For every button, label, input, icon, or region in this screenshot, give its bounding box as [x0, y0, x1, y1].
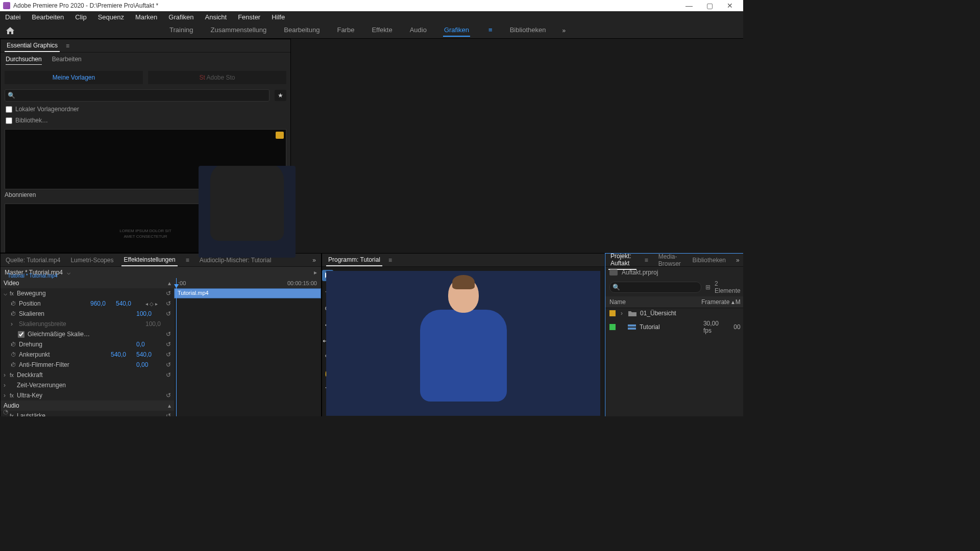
tab-program[interactable]: Programm: Tutorial	[326, 254, 382, 266]
svg-rect-1	[628, 328, 636, 330]
reset-icon[interactable]: ↺	[162, 351, 171, 358]
eg-search-input[interactable]	[5, 89, 270, 102]
ec-clip-bar[interactable]: Tutorial.mp4	[174, 288, 321, 298]
anker-y[interactable]: 540,0	[136, 351, 162, 358]
position-y[interactable]: 540,0	[116, 300, 141, 307]
workspace-overflow-icon[interactable]: »	[562, 27, 566, 34]
program-monitor-panel: Programm: Tutorial ≡ ✦ ⊕ ◆ ⟷ ✎ ✋ T 00:00…	[322, 253, 605, 416]
ec-play-icon[interactable]: ▸	[314, 269, 317, 276]
eg-local-label: Lokaler Vorlagenordner	[15, 106, 79, 113]
tab-essential-graphics[interactable]: Essential Graphics	[5, 40, 60, 52]
effect-controls-panel: Quelle: Tutorial.mp4 Lumetri-Scopes Effe…	[0, 253, 322, 416]
webcam-overlay	[199, 166, 296, 258]
col-m[interactable]: M	[736, 298, 741, 306]
menu-clip[interactable]: Clip	[73, 12, 88, 22]
effect-controls-timeline[interactable]: :00 00:00:15:00 Tutorial.mp4	[174, 278, 321, 416]
ws-zusammenstellung[interactable]: Zusammenstellung	[209, 24, 267, 37]
antiflimmer-value[interactable]: 0,00	[136, 361, 162, 368]
row-name: 01_Übersicht	[640, 310, 706, 317]
tab-effect-controls-menu-icon[interactable]: ≡	[184, 255, 191, 266]
skalieren-value[interactable]: 100,0	[136, 310, 162, 317]
mogrt-badge-icon	[276, 132, 284, 139]
project-item-count: 2 Elemente	[715, 280, 741, 294]
eg-local-checkbox[interactable]	[6, 106, 12, 113]
anker-x[interactable]: 540,0	[111, 351, 136, 358]
row-m: 00	[733, 323, 740, 331]
tab-lumetri-scopes[interactable]: Lumetri-Scopes	[68, 255, 115, 266]
reset-icon[interactable]: ↺	[162, 300, 171, 307]
label-color-chip[interactable]	[609, 310, 616, 316]
drehung-value[interactable]: 0,0	[136, 341, 162, 348]
video-preview	[418, 277, 509, 410]
label-color-chip[interactable]	[609, 324, 616, 330]
chevron-down-icon[interactable]: ⌵	[67, 269, 70, 276]
reset-icon[interactable]: ↺	[162, 392, 171, 399]
stock-icon: St	[199, 74, 205, 81]
reset-icon[interactable]: ↺	[162, 310, 171, 317]
row-framerate: 30,00 fps	[703, 320, 727, 334]
ws-training[interactable]: Training	[168, 24, 194, 37]
ec-video-toggle-icon[interactable]: ▴	[168, 280, 171, 287]
ws-grafiken[interactable]: Grafiken	[443, 24, 470, 37]
ec-ruler-mid: 00:00:15:00	[287, 280, 317, 286]
twirl-icon[interactable]: ›	[621, 310, 628, 317]
essential-graphics-panel: Essential Graphics ≡ Durchsuchen Bearbei…	[0, 39, 291, 253]
program-tab-menu-icon[interactable]: ≡	[386, 255, 394, 266]
program-viewport[interactable]	[322, 267, 604, 416]
project-search-input[interactable]	[609, 282, 701, 293]
bin-icon	[628, 310, 637, 317]
eg-tab-menu-icon[interactable]: ≡	[64, 40, 71, 52]
menu-bar: Datei Bearbeiten Clip Sequenz Marken Gra…	[0, 11, 743, 22]
project-file-icon	[609, 269, 618, 276]
svg-rect-0	[628, 324, 636, 327]
eg-source-stock[interactable]: St Adobe Sto	[148, 71, 286, 84]
reset-icon[interactable]: ↺	[162, 290, 171, 297]
reset-icon[interactable]: ↺	[162, 361, 171, 368]
ec-playhead[interactable]	[176, 278, 177, 416]
row-name: Tutorial	[640, 323, 703, 331]
ec-audio-toggle-icon[interactable]: ▴	[168, 402, 171, 409]
ws-audio[interactable]: Audio	[409, 24, 428, 37]
minimize-button[interactable]: —	[679, 2, 699, 10]
position-x[interactable]: 960,0	[90, 300, 116, 307]
eg-tab-edit[interactable]: Bearbeiten	[52, 56, 82, 65]
ws-effekte[interactable]: Effekte	[371, 24, 393, 37]
sequence-icon	[627, 323, 636, 331]
sort-asc-icon[interactable]: ▴	[731, 298, 734, 306]
close-button[interactable]: ✕	[720, 2, 740, 10]
reset-icon[interactable]: ↺	[162, 371, 171, 379]
eg-source-mine[interactable]: Meine Vorlagen	[5, 71, 143, 84]
eg-lib-label: Bibliothek…	[15, 117, 48, 124]
maximize-button[interactable]: ▢	[699, 2, 720, 10]
project-row[interactable]: › 01_Übersicht	[605, 308, 743, 318]
menu-marken[interactable]: Marken	[133, 12, 159, 22]
tab-libraries[interactable]: Bibliotheken	[691, 255, 728, 266]
tab-effect-controls[interactable]: Effekteinstellungen	[121, 254, 177, 266]
eg-lib-checkbox[interactable]	[6, 117, 12, 124]
project-tab-menu-icon[interactable]: ≡	[643, 255, 650, 266]
menu-grafiken[interactable]: Grafiken	[166, 12, 195, 22]
menu-fenster[interactable]: Fenster	[236, 12, 262, 22]
source-tabs-overflow-icon[interactable]: »	[310, 255, 318, 266]
col-framerate[interactable]: Framerate	[701, 298, 729, 306]
project-tabs-overflow-icon[interactable]: »	[734, 255, 742, 266]
ws-bearbeitung[interactable]: Bearbeitung	[283, 24, 321, 37]
reset-icon[interactable]: ↺	[162, 331, 171, 338]
project-filter-icon[interactable]: ⊞	[705, 284, 710, 291]
reset-icon[interactable]: ↺	[162, 341, 171, 348]
col-name[interactable]: Name	[609, 298, 701, 306]
project-row[interactable]: Tutorial 30,00 fps 00	[605, 318, 743, 336]
workspace-bar: Training Zusammenstellung Bearbeitung Fa…	[0, 22, 743, 39]
menu-sequenz[interactable]: Sequenz	[96, 12, 126, 22]
ws-bibliotheken[interactable]: Bibliotheken	[509, 24, 547, 37]
ws-farbe[interactable]: Farbe	[336, 24, 355, 37]
keyframe-nav[interactable]: ◂ ◇ ▸	[141, 301, 162, 307]
project-panel: Projekt: Auftakt ≡ Media-Browser Bibliot…	[605, 253, 743, 416]
project-filename: Auftakt.prproj	[622, 269, 658, 276]
favorites-icon[interactable]: ★	[275, 90, 286, 101]
eg-tab-browse[interactable]: Durchsuchen	[6, 56, 42, 65]
menu-ansicht[interactable]: Ansicht	[203, 12, 229, 22]
ws-grafiken-menu-icon[interactable]: ≡	[487, 24, 494, 37]
menu-hilfe[interactable]: Hilfe	[270, 12, 287, 22]
reset-icon[interactable]: ↺	[162, 412, 171, 416]
